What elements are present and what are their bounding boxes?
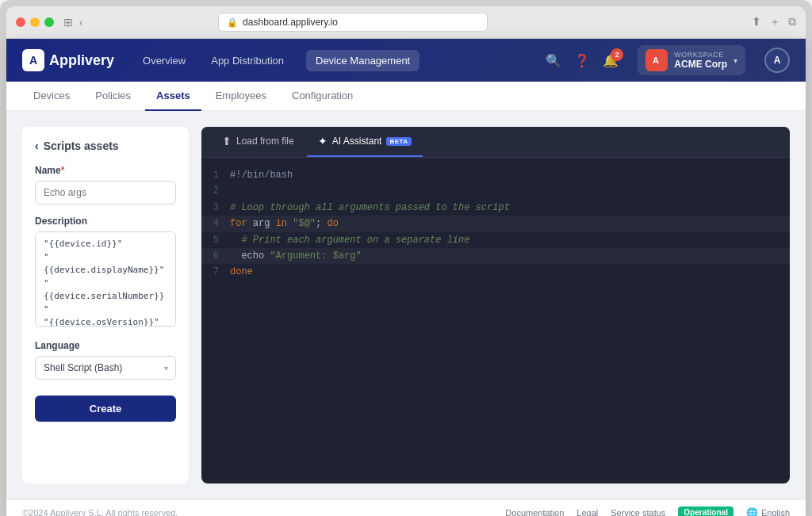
code-line-7: 7 done [201, 264, 790, 280]
ai-assistant-tab[interactable]: ✦ AI Assistant BETA [307, 127, 423, 157]
create-button[interactable]: Create [35, 396, 176, 422]
code-line-3: 3 # Loop through all arguments passed to… [201, 200, 790, 216]
workspace-selector[interactable]: A WORKSPACE ACME Corp ▾ [638, 45, 745, 75]
nav-overview[interactable]: Overview [140, 50, 189, 71]
code-line-1: 1 #!/bin/bash [201, 167, 790, 183]
search-icon[interactable]: 🔍 [546, 53, 561, 68]
panel-title: Scripts assets [44, 140, 119, 152]
tab-policies[interactable]: Policies [84, 82, 142, 111]
description-label: Description [35, 216, 176, 227]
footer-links: Documentation Legal Service status Opera… [505, 506, 790, 516]
legal-link[interactable]: Legal [576, 508, 598, 517]
svg-text:A: A [653, 55, 659, 65]
code-line-5: 5 # Print each argument on a separate li… [201, 232, 790, 248]
share-icon[interactable]: ⬆ [752, 15, 761, 29]
notifications-badge: 2 [611, 48, 623, 61]
language-selector[interactable]: 🌐 English [746, 507, 790, 517]
sparkle-icon: ✦ [318, 135, 327, 147]
user-avatar[interactable]: A [764, 48, 790, 73]
new-tab-icon[interactable]: ＋ [769, 15, 780, 29]
help-icon[interactable]: ❓ [574, 53, 590, 68]
description-textarea[interactable]: "{{device.id}}" "{{device.displayName}}"… [35, 231, 176, 327]
app-logo: A Applivery [22, 49, 114, 71]
tab-employees[interactable]: Employees [205, 82, 278, 111]
documentation-link[interactable]: Documentation [505, 508, 564, 517]
upload-icon: ⬆ [222, 135, 232, 147]
scripts-form-panel: ‹ Scripts assets Name* Description "{{de… [22, 127, 189, 484]
required-indicator: * [61, 165, 65, 176]
code-toolbar: ⬆ Load from file ✦ AI Assistant BETA [201, 127, 790, 158]
notifications-bell[interactable]: 🔔 2 [603, 53, 619, 68]
code-editor-panel: ⬆ Load from file ✦ AI Assistant BETA 1 #… [201, 127, 790, 484]
maximize-button[interactable] [44, 17, 54, 27]
close-button[interactable] [16, 17, 25, 27]
language-select-wrapper: Shell Script (Bash) Python JavaScript ▾ [35, 356, 176, 380]
window-toggle-icon[interactable]: ⊞ [63, 16, 73, 29]
language-label: Language [35, 340, 176, 351]
back-arrow-icon[interactable]: ‹ [35, 140, 39, 152]
url-text: dashboard.applivery.io [243, 17, 338, 28]
load-from-file-tab[interactable]: ⬆ Load from file [211, 127, 305, 157]
lock-icon: 🔒 [227, 17, 238, 28]
minimize-button[interactable] [30, 17, 40, 27]
tab-assets[interactable]: Assets [145, 82, 201, 111]
globe-icon: 🌐 [746, 507, 758, 517]
tabs-icon[interactable]: ⧉ [788, 15, 796, 29]
service-status-label: Service status [611, 508, 665, 517]
chevron-down-icon: ▾ [733, 56, 737, 65]
beta-badge: BETA [386, 137, 411, 146]
language-select[interactable]: Shell Script (Bash) Python JavaScript [35, 356, 176, 380]
status-badge: Operational [678, 506, 733, 516]
copyright-text: ©2024 Applivery S.L. All rights reserved… [22, 508, 178, 517]
page-footer: ©2024 Applivery S.L. All rights reserved… [6, 499, 806, 516]
language-label: English [761, 508, 790, 517]
nav-device-management[interactable]: Device Management [306, 50, 419, 71]
nav-app-distribution[interactable]: App Distribution [208, 50, 287, 71]
code-line-4: 4 for arg in "$@"; do [201, 216, 790, 231]
workspace-info: WORKSPACE ACME Corp [674, 51, 727, 70]
sub-navigation: Devices Policies Assets Employees Config… [6, 82, 806, 111]
tab-configuration[interactable]: Configuration [281, 82, 364, 111]
tab-devices[interactable]: Devices [22, 82, 81, 111]
name-label: Name* [35, 165, 176, 176]
back-icon[interactable]: ‹ [79, 16, 83, 29]
code-line-2: 2 [201, 183, 790, 199]
name-input[interactable] [35, 181, 176, 204]
code-line-6: 6 echo "Argument: $arg" [201, 248, 790, 264]
logo-icon: A [22, 49, 44, 71]
code-area: 1 #!/bin/bash 2 3 # Loop through all arg… [201, 158, 790, 484]
workspace-avatar: A [645, 49, 668, 71]
